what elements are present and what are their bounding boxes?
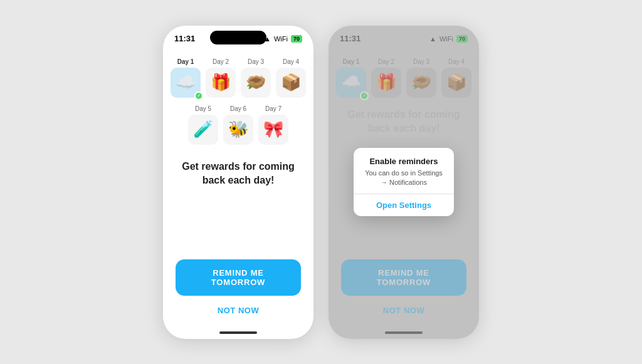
day-label: Day 3 <box>248 58 264 65</box>
day-label: Day 1 <box>177 58 194 65</box>
signal-icon: WiFi <box>274 35 288 43</box>
popup-overlay: Enable reminders You can do so in Settin… <box>329 26 479 339</box>
day-item: Day 6🐝 <box>223 105 253 145</box>
main-text-1: Get rewards for coming back each day! <box>163 155 313 188</box>
day-item: Day 5🧪 <box>188 105 218 145</box>
phone-1: 11:31 ▲ WiFi 70 Day 1☁️✓Day 2🎁Day 3🪹Day … <box>163 26 313 339</box>
day-box: 🎀 <box>258 115 288 145</box>
day-box: 🐝 <box>223 115 253 145</box>
home-indicator-1 <box>219 331 257 334</box>
open-settings-button[interactable]: Open Settings <box>364 194 444 216</box>
day-box: 📦 <box>276 68 306 98</box>
day-box: 🪹 <box>241 68 271 98</box>
day-label: Day 4 <box>283 58 299 65</box>
day-item: Day 3🪹 <box>241 58 271 98</box>
battery-badge-1: 70 <box>291 35 302 43</box>
check-icon: ✓ <box>194 91 203 100</box>
day-item: Day 7🎀 <box>258 105 288 145</box>
day-box: ☁️✓ <box>171 68 201 98</box>
not-now-button-1[interactable]: NOT NOW <box>214 302 263 319</box>
popup-desc: You can do so in Settings → Notification… <box>364 169 444 188</box>
popup-title: Enable reminders <box>364 157 444 166</box>
day-item: Day 2🎁 <box>206 58 236 98</box>
days-row-2: Day 5🧪Day 6🐝Day 7🎀 <box>163 103 313 155</box>
remind-button-1[interactable]: REMIND ME TOMORROW <box>176 259 301 296</box>
day-label: Day 5 <box>195 105 211 112</box>
dynamic-island <box>210 31 266 44</box>
popup-box: Enable reminders You can do so in Settin… <box>354 148 454 217</box>
day-box: 🧪 <box>188 115 218 145</box>
day-label: Day 6 <box>230 105 246 112</box>
day-label: Day 7 <box>265 105 282 112</box>
phones-container: 11:31 ▲ WiFi 70 Day 1☁️✓Day 2🎁Day 3🪹Day … <box>163 26 479 339</box>
day-item: Day 4📦 <box>276 58 306 98</box>
days-row-1: Day 1☁️✓Day 2🎁Day 3🪹Day 4📦 <box>163 48 313 103</box>
day-label: Day 2 <box>213 58 229 65</box>
day-box: 🎁 <box>206 68 236 98</box>
status-time-1: 11:31 <box>174 34 195 43</box>
status-icons-1: ▲ WiFi 70 <box>264 35 302 43</box>
day-item: Day 1☁️✓ <box>171 58 201 98</box>
phone-2: 11:31 ▲ WiFi 70 Day 1☁️✓Day 2🎁Day 3🪹Day … <box>329 26 479 339</box>
